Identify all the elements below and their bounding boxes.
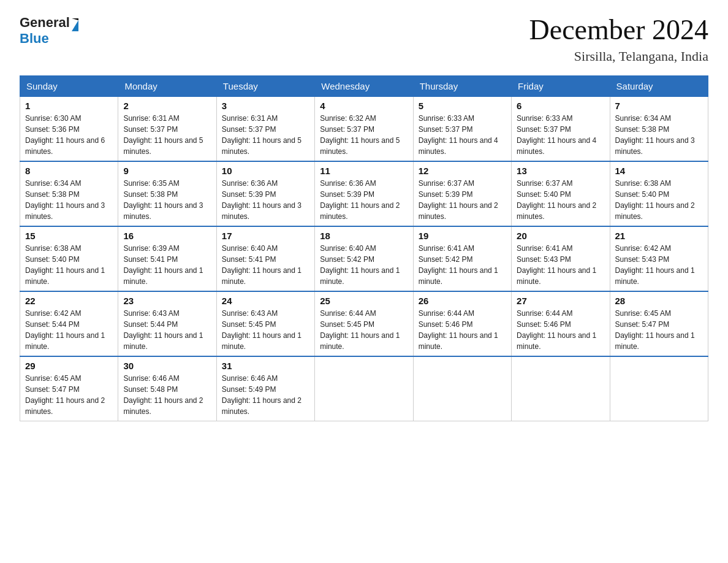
day-info: Sunrise: 6:42 AMSunset: 5:44 PMDaylight:… [25,309,105,351]
day-number: 16 [123,231,211,241]
day-number: 9 [123,166,211,176]
calendar-week-row-2: 8 Sunrise: 6:34 AMSunset: 5:38 PMDayligh… [20,161,708,226]
calendar-cell: 23 Sunrise: 6:43 AMSunset: 5:44 PMDaylig… [118,291,216,356]
calendar-title: December 2024 [529,15,709,46]
day-number: 29 [25,361,113,371]
calendar-cell [512,356,610,421]
calendar-cell: 5 Sunrise: 6:33 AMSunset: 5:37 PMDayligh… [413,96,511,161]
day-number: 24 [222,296,309,306]
calendar-cell: 28 Sunrise: 6:45 AMSunset: 5:47 PMDaylig… [610,291,708,356]
calendar-cell [315,356,413,421]
day-info: Sunrise: 6:37 AMSunset: 5:39 PMDaylight:… [419,179,498,221]
day-info: Sunrise: 6:38 AMSunset: 5:40 PMDaylight:… [615,179,695,221]
day-info: Sunrise: 6:34 AMSunset: 5:38 PMDaylight:… [615,114,695,156]
day-number: 22 [25,296,113,306]
day-number: 15 [25,231,113,241]
calendar-cell: 2 Sunrise: 6:31 AMSunset: 5:37 PMDayligh… [118,96,216,161]
calendar-cell: 24 Sunrise: 6:43 AMSunset: 5:45 PMDaylig… [216,291,314,356]
weekday-header-wednesday: Wednesday [315,75,413,96]
day-info: Sunrise: 6:41 AMSunset: 5:43 PMDaylight:… [517,244,596,286]
day-info: Sunrise: 6:36 AMSunset: 5:39 PMDaylight:… [222,179,301,221]
logo: General Blue [20,15,79,47]
day-info: Sunrise: 6:30 AMSunset: 5:36 PMDaylight:… [25,114,105,156]
calendar-cell: 19 Sunrise: 6:41 AMSunset: 5:42 PMDaylig… [413,226,511,291]
day-number: 3 [222,101,309,111]
calendar-cell: 10 Sunrise: 6:36 AMSunset: 5:39 PMDaylig… [216,161,314,226]
day-number: 14 [615,166,703,176]
day-info: Sunrise: 6:45 AMSunset: 5:47 PMDaylight:… [615,309,695,351]
day-info: Sunrise: 6:44 AMSunset: 5:46 PMDaylight:… [419,309,498,351]
day-info: Sunrise: 6:46 AMSunset: 5:48 PMDaylight:… [123,374,203,416]
day-info: Sunrise: 6:37 AMSunset: 5:40 PMDaylight:… [517,179,596,221]
weekday-header-sunday: Sunday [20,75,118,96]
day-number: 6 [517,101,604,111]
day-number: 1 [25,101,113,111]
day-number: 18 [320,231,408,241]
day-number: 4 [320,101,408,111]
logo-text-blue: Blue [20,31,49,46]
calendar-cell: 25 Sunrise: 6:44 AMSunset: 5:45 PMDaylig… [315,291,413,356]
day-number: 10 [222,166,309,176]
weekday-header-thursday: Thursday [413,75,511,96]
day-info: Sunrise: 6:36 AMSunset: 5:39 PMDaylight:… [320,179,400,221]
logo-text-general: General [20,15,70,31]
calendar-week-row-3: 15 Sunrise: 6:38 AMSunset: 5:40 PMDaylig… [20,226,708,291]
day-number: 7 [615,101,703,111]
calendar-cell: 7 Sunrise: 6:34 AMSunset: 5:38 PMDayligh… [610,96,708,161]
day-info: Sunrise: 6:31 AMSunset: 5:37 PMDaylight:… [123,114,203,156]
day-number: 2 [123,101,211,111]
day-info: Sunrise: 6:31 AMSunset: 5:37 PMDaylight:… [222,114,301,156]
day-number: 30 [123,361,211,371]
calendar-cell [413,356,511,421]
day-number: 28 [615,296,703,306]
day-number: 5 [419,101,506,111]
day-number: 13 [517,166,604,176]
logo-triangle-icon [72,18,78,31]
day-number: 26 [419,296,506,306]
calendar-week-row-4: 22 Sunrise: 6:42 AMSunset: 5:44 PMDaylig… [20,291,708,356]
calendar-cell: 21 Sunrise: 6:42 AMSunset: 5:43 PMDaylig… [610,226,708,291]
day-number: 31 [222,361,309,371]
calendar-cell [610,356,708,421]
calendar-cell: 18 Sunrise: 6:40 AMSunset: 5:42 PMDaylig… [315,226,413,291]
calendar-cell: 31 Sunrise: 6:46 AMSunset: 5:49 PMDaylig… [216,356,314,421]
calendar-subtitle: Sirsilla, Telangana, India [529,48,709,64]
calendar-cell: 30 Sunrise: 6:46 AMSunset: 5:48 PMDaylig… [118,356,216,421]
weekday-header-monday: Monday [118,75,216,96]
weekday-header-friday: Friday [512,75,610,96]
day-info: Sunrise: 6:41 AMSunset: 5:42 PMDaylight:… [419,244,498,286]
day-info: Sunrise: 6:46 AMSunset: 5:49 PMDaylight:… [222,374,301,416]
day-info: Sunrise: 6:44 AMSunset: 5:45 PMDaylight:… [320,309,400,351]
day-info: Sunrise: 6:34 AMSunset: 5:38 PMDaylight:… [25,179,105,221]
calendar-cell: 15 Sunrise: 6:38 AMSunset: 5:40 PMDaylig… [20,226,118,291]
day-number: 21 [615,231,703,241]
calendar-cell: 1 Sunrise: 6:30 AMSunset: 5:36 PMDayligh… [20,96,118,161]
calendar-cell: 22 Sunrise: 6:42 AMSunset: 5:44 PMDaylig… [20,291,118,356]
page-header: General Blue December 2024 Sirsilla, Tel… [20,15,708,64]
calendar-cell: 13 Sunrise: 6:37 AMSunset: 5:40 PMDaylig… [512,161,610,226]
calendar-cell: 6 Sunrise: 6:33 AMSunset: 5:37 PMDayligh… [512,96,610,161]
day-number: 12 [419,166,506,176]
calendar-cell: 16 Sunrise: 6:39 AMSunset: 5:41 PMDaylig… [118,226,216,291]
calendar-cell: 11 Sunrise: 6:36 AMSunset: 5:39 PMDaylig… [315,161,413,226]
weekday-header-saturday: Saturday [610,75,708,96]
day-number: 25 [320,296,408,306]
calendar-cell: 4 Sunrise: 6:32 AMSunset: 5:37 PMDayligh… [315,96,413,161]
calendar-cell: 9 Sunrise: 6:35 AMSunset: 5:38 PMDayligh… [118,161,216,226]
title-area: December 2024 Sirsilla, Telangana, India [529,15,709,64]
day-info: Sunrise: 6:42 AMSunset: 5:43 PMDaylight:… [615,244,695,286]
day-number: 19 [419,231,506,241]
day-info: Sunrise: 6:40 AMSunset: 5:42 PMDaylight:… [320,244,400,286]
day-info: Sunrise: 6:33 AMSunset: 5:37 PMDaylight:… [517,114,596,156]
calendar-cell: 3 Sunrise: 6:31 AMSunset: 5:37 PMDayligh… [216,96,314,161]
calendar-week-row-5: 29 Sunrise: 6:45 AMSunset: 5:47 PMDaylig… [20,356,708,421]
weekday-header-tuesday: Tuesday [216,75,314,96]
calendar-week-row-1: 1 Sunrise: 6:30 AMSunset: 5:36 PMDayligh… [20,96,708,161]
calendar-cell: 27 Sunrise: 6:44 AMSunset: 5:46 PMDaylig… [512,291,610,356]
calendar-cell: 20 Sunrise: 6:41 AMSunset: 5:43 PMDaylig… [512,226,610,291]
day-info: Sunrise: 6:44 AMSunset: 5:46 PMDaylight:… [517,309,596,351]
day-number: 11 [320,166,408,176]
day-number: 23 [123,296,211,306]
calendar-table: SundayMondayTuesdayWednesdayThursdayFrid… [20,75,708,421]
day-number: 17 [222,231,309,241]
